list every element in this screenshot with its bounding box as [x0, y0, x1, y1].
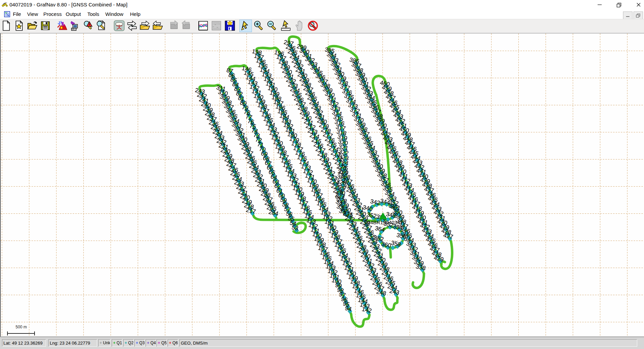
svg-text:53: 53	[291, 224, 299, 232]
svg-text:204BR19040347: 204BR19040347	[365, 219, 403, 225]
svg-text:500 m: 500 m	[16, 325, 27, 329]
